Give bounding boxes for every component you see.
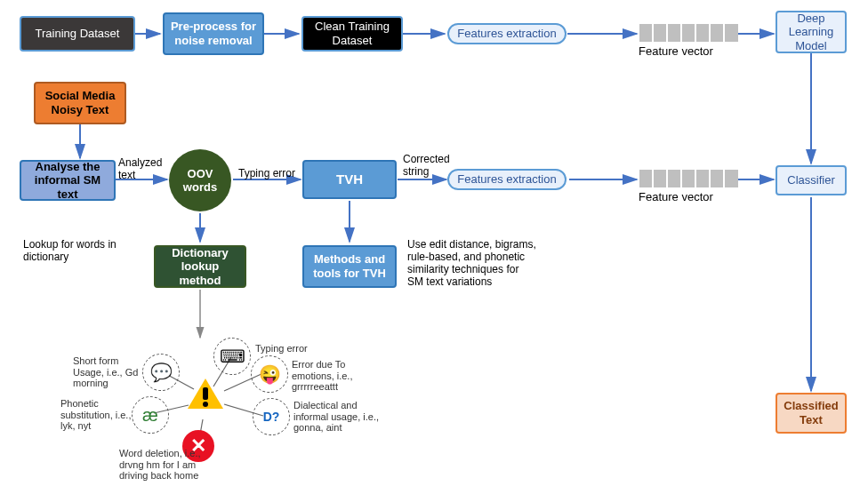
methods-tvh-label: Methods and tools for TVH bbox=[309, 252, 390, 280]
clean-training-box: Clean Training Dataset bbox=[301, 16, 403, 52]
classified-text-box: Classified Text bbox=[776, 393, 847, 434]
feature-vector-2 bbox=[639, 169, 738, 188]
feature-vector-1 bbox=[639, 23, 738, 43]
training-dataset-label: Training Dataset bbox=[36, 27, 120, 41]
analyse-label: Analyse the informal SM text bbox=[27, 160, 108, 202]
classified-text-label: Classified Text bbox=[783, 399, 840, 426]
typing-error-label: Typing error bbox=[255, 343, 308, 355]
dialectical-node: D? bbox=[253, 398, 290, 435]
dict-lookup-label: Dictionary lookup method bbox=[161, 246, 239, 288]
tvh-label: TVH bbox=[336, 171, 363, 187]
emotions-node: 😜 bbox=[251, 355, 288, 393]
classifier-label: Classifier bbox=[787, 173, 834, 187]
dialectical-label: Dialectical and informal usage, i.e., go… bbox=[293, 400, 386, 434]
tvh-caption: Use edit distance, bigrams, rule-based, … bbox=[407, 238, 537, 288]
social-media-text-box: Social Media Noisy Text bbox=[34, 82, 126, 124]
methods-tvh-box: Methods and tools for TVH bbox=[302, 245, 397, 288]
features-extraction-2-box: Features extraction bbox=[447, 169, 567, 190]
word-deletion-label: Word deletion, i.e., drvng hm for I am d… bbox=[119, 448, 226, 482]
classifier-box: Classifier bbox=[776, 165, 847, 195]
deep-learning-box: Deep Learning Model bbox=[776, 11, 847, 53]
preprocess-box: Pre-process for noise removal bbox=[163, 12, 264, 55]
feature-vector-1-label: Feature vector bbox=[639, 44, 713, 58]
oov-label: OOV words bbox=[169, 167, 231, 194]
tongue-icon: 😜 bbox=[259, 363, 281, 385]
feature-vector-2-label: Feature vector bbox=[639, 190, 713, 203]
features-extraction-1-box: Features extraction bbox=[447, 23, 567, 44]
features-extraction-1-label: Features extraction bbox=[457, 27, 556, 41]
analyzed-text-label: Analyzed text bbox=[118, 156, 170, 181]
training-dataset-box: Training Dataset bbox=[20, 16, 135, 52]
keyboard-icon: ⌨ bbox=[220, 346, 245, 367]
typing-error-edge-label: Typing error bbox=[238, 167, 295, 179]
short-form-label: Short form Usage, i.e., Gd morning bbox=[73, 355, 142, 389]
clean-training-label: Clean Training Dataset bbox=[309, 20, 396, 47]
oov-node: OOV words bbox=[169, 149, 231, 211]
deep-learning-label: Deep Learning Model bbox=[783, 12, 840, 53]
dict-lookup-box: Dictionary lookup method bbox=[154, 245, 246, 288]
preprocess-label: Pre-process for noise removal bbox=[170, 20, 257, 47]
lookup-caption: Lookup for words in dictionary bbox=[23, 238, 130, 263]
social-media-text-label: Social Media Noisy Text bbox=[41, 89, 119, 116]
tvh-box: TVH bbox=[302, 160, 397, 199]
analyse-box: Analyse the informal SM text bbox=[20, 160, 116, 201]
ae-icon: æ bbox=[142, 405, 158, 426]
short-form-node: 💬 bbox=[142, 354, 180, 391]
doc-icon: D? bbox=[263, 410, 280, 424]
features-extraction-2-label: Features extraction bbox=[457, 172, 556, 187]
typing-error-node: ⌨ bbox=[213, 338, 251, 375]
phonetic-label: Phonetic substitution, i.e., lyk, nyt bbox=[60, 398, 133, 432]
chat-icon: 💬 bbox=[150, 362, 173, 383]
phonetic-node: æ bbox=[132, 396, 169, 434]
emotions-label: Error due To emotions, i.e., grrrrreeatt… bbox=[292, 359, 390, 393]
